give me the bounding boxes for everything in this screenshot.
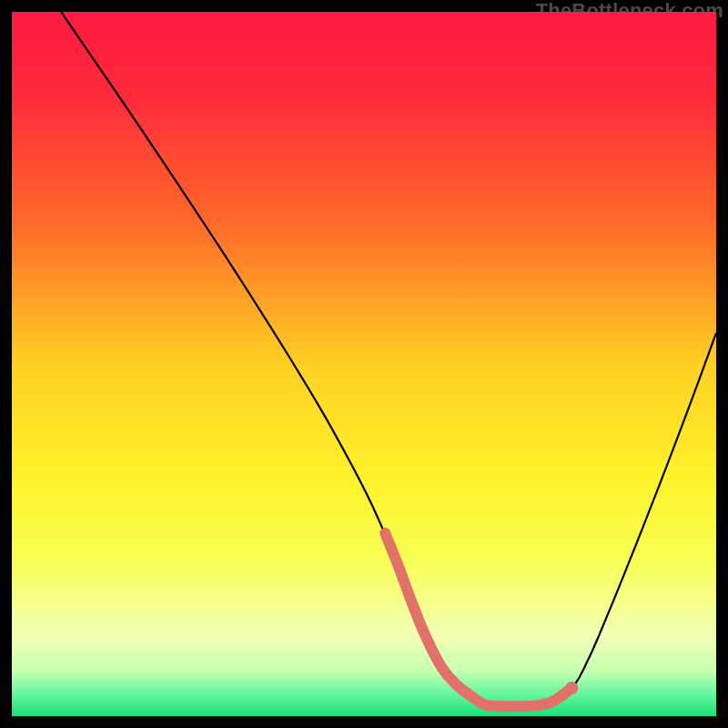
end-dot-marker bbox=[565, 682, 578, 694]
chart-frame: TheBottleneck.com bbox=[12, 12, 716, 716]
gradient-background bbox=[12, 12, 716, 716]
bottleneck-chart bbox=[12, 12, 716, 716]
